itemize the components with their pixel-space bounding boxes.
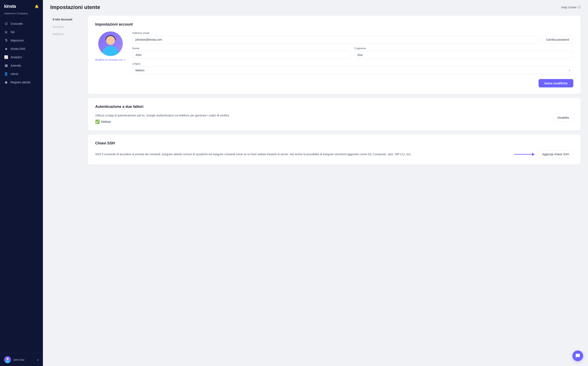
sub-nav-item-accesso: Accesso: [50, 23, 83, 30]
account-card-title: Impostazioni account: [95, 22, 573, 27]
disable-twofa-button[interactable]: Disabilita: [553, 114, 573, 122]
content-area: Il mio Account Accesso Notifiche Imposta…: [43, 14, 588, 366]
notifications-icon[interactable]: 🔔: [35, 5, 39, 8]
last-name-input[interactable]: [354, 51, 573, 59]
first-name-field-group: Nome: [132, 47, 351, 59]
user-name: John Doe: [13, 358, 24, 361]
arrow-line: [514, 154, 535, 155]
help-center-link[interactable]: Help Center ⓘ: [561, 6, 581, 9]
analytics-icon: 📈: [4, 55, 8, 59]
sidebar-item-utenti[interactable]: 👤 Utenti: [0, 70, 43, 78]
sidebar-item-analytics[interactable]: 📈 Analytics: [0, 53, 43, 61]
sidebar-item-label: Registro attività: [11, 81, 30, 84]
chevron-up-icon[interactable]: ∧: [37, 358, 39, 361]
sidebar-item-cruscotto[interactable]: ⊡ Cruscotto: [0, 19, 43, 28]
ssh-right: Aggiungi chiave SSH: [514, 150, 573, 158]
company-name: Awesome Company: [4, 12, 28, 15]
avatar-head: [106, 36, 115, 45]
ssh-content: SSH ti consente di accedere al prompt de…: [95, 150, 573, 158]
email-field-group: Indirizzo email: [132, 31, 539, 44]
siti-icon: ◎: [4, 30, 8, 34]
sidebar-item-label: Cruscotto: [11, 22, 23, 25]
sidebar-item-label: Utenti: [11, 72, 18, 76]
twofa-description: Utilizza un'app di autenticazione (ad es…: [95, 114, 548, 117]
registro-icon: ◉: [4, 80, 8, 84]
gravatar-link[interactable]: Modifica su Gravatar.com ↗: [95, 58, 126, 61]
sidebar-item-label: Analytics: [11, 56, 22, 59]
svg-point-1: [6, 358, 9, 360]
sidebar-item-kinsta-dns[interactable]: ◈ Kinsta DNS: [0, 45, 43, 53]
status-badge: ✅ Abilitato: [95, 120, 548, 124]
language-field-group: Lingua Italiano English Español Français…: [132, 62, 573, 74]
sidebar-item-label: Kinsta DNS: [11, 47, 25, 50]
first-name-label: Nome: [132, 47, 351, 50]
email-row: Indirizzo email Cambia password: [132, 31, 573, 44]
email-label: Indirizzo email: [132, 31, 539, 35]
change-password-button[interactable]: Cambia password: [542, 36, 573, 44]
avatar-large: [98, 31, 123, 56]
chat-button[interactable]: [573, 351, 583, 361]
add-ssh-key-button[interactable]: Aggiungi chiave SSH: [538, 150, 573, 158]
status-text: Abilitato: [101, 120, 111, 123]
twofa-card: Autenticazione a due fattori Utilizza un…: [88, 98, 581, 130]
twofa-card-title: Autenticazione a due fattori: [95, 105, 573, 109]
last-name-label: Cognome: [354, 47, 573, 50]
sidebar-footer: John Doe ∧: [0, 353, 43, 366]
top-bar: Impostazioni utente Help Center ⓘ: [43, 0, 588, 14]
sidebar-item-azienda[interactable]: ▦ Azienda: [0, 61, 43, 70]
ssh-arrow: [514, 154, 535, 155]
sidebar-item-label: Migrazioni: [11, 39, 24, 42]
main-content: Impostazioni utente Help Center ⓘ Il mio…: [43, 0, 588, 366]
sub-nav-item-account[interactable]: Il mio Account: [50, 16, 83, 23]
ssh-card: Chiavi SSH SSH ti consente di accedere a…: [88, 135, 581, 165]
save-row: Salva modifiche: [132, 79, 573, 87]
twofa-content: Utilizza un'app di autenticazione (ad es…: [95, 114, 573, 124]
status-dot-icon: ✅: [95, 120, 100, 124]
language-select-wrapper: Italiano English Español Français Deutsc…: [132, 66, 573, 74]
migrazioni-icon: ⇅: [4, 38, 8, 42]
sidebar-item-migrazioni[interactable]: ⇅ Migrazioni: [0, 36, 43, 45]
sidebar-nav: ⊡ Cruscotto ◎ Siti ⇅ Migrazioni ◈ Kinsta…: [0, 18, 43, 353]
twofa-left: Utilizza un'app di autenticazione (ad es…: [95, 114, 548, 124]
cruscotto-icon: ⊡: [4, 22, 8, 25]
ssh-left: SSH ti consente di accedere al prompt de…: [95, 152, 509, 156]
avatar-section: Modifica su Gravatar.com ↗: [95, 31, 126, 61]
sidebar-item-siti[interactable]: ◎ Siti: [0, 28, 43, 36]
sidebar-item-registro[interactable]: ◉ Registro attività: [0, 78, 43, 86]
sidebar-logo-area: kinsta 🔔: [0, 0, 43, 11]
page-title: Impostazioni utente: [50, 4, 100, 10]
sub-nav-item-notifiche: Notifiche: [50, 30, 83, 38]
user-info[interactable]: John Doe: [4, 356, 24, 363]
avatar-body: [102, 46, 119, 56]
language-select[interactable]: Italiano English Español Français Deutsc…: [132, 66, 573, 74]
name-row: Nome Cognome: [132, 47, 573, 59]
company-row: Awesome Company: [0, 11, 43, 18]
dns-icon: ◈: [4, 47, 8, 51]
sidebar: kinsta 🔔 Awesome Company ⊡ Cruscotto ◎ S…: [0, 0, 43, 366]
account-settings-card: Impostazioni account Modifica su Gravata…: [88, 16, 581, 94]
ssh-description: SSH ti consente di accedere al prompt de…: [95, 152, 509, 156]
sidebar-item-label: Azienda: [11, 64, 21, 67]
ssh-card-title: Chiavi SSH: [95, 141, 573, 145]
logo: kinsta: [4, 4, 16, 9]
form-fields: Indirizzo email Cambia password Nome: [132, 31, 573, 87]
sidebar-item-label: Siti: [11, 30, 15, 34]
avatar: [4, 356, 11, 363]
save-changes-button[interactable]: Salva modifiche: [539, 79, 573, 87]
azienda-icon: ▦: [4, 63, 8, 67]
cards-area: Impostazioni account Modifica su Gravata…: [88, 14, 581, 359]
utenti-icon: 👤: [4, 72, 8, 76]
first-name-input[interactable]: [132, 51, 351, 59]
help-icon: ⓘ: [578, 6, 581, 9]
sub-nav: Il mio Account Accesso Notifiche: [50, 14, 83, 359]
last-name-field-group: Cognome: [354, 47, 573, 59]
email-input[interactable]: [132, 36, 539, 44]
account-form-row: Modifica su Gravatar.com ↗ Indirizzo ema…: [95, 31, 573, 87]
language-label: Lingua: [132, 62, 573, 65]
